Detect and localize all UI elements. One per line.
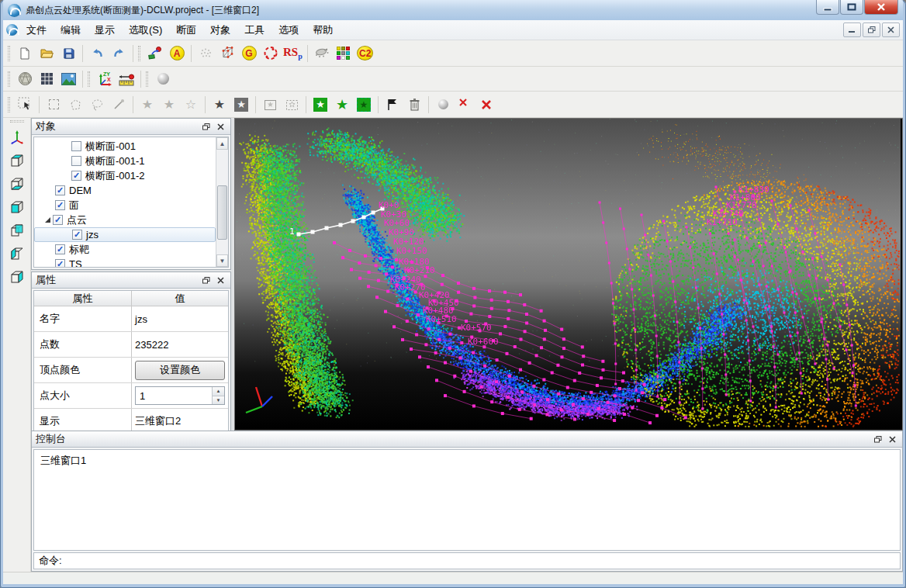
- view-bottom-button[interactable]: [6, 174, 28, 194]
- scroll-thumb[interactable]: [217, 185, 227, 240]
- toolbar-grip[interactable]: [8, 97, 10, 112]
- registration-button[interactable]: [145, 43, 165, 63]
- sphere-button[interactable]: [153, 69, 173, 88]
- scroll-up-button[interactable]: ▲: [216, 137, 228, 150]
- tree-item[interactable]: ✓标靶: [34, 242, 216, 257]
- panel-float-button[interactable]: [200, 275, 213, 286]
- tree-checkbox[interactable]: [71, 141, 81, 151]
- axis-view-button[interactable]: [6, 127, 28, 147]
- panel-close-button[interactable]: [214, 121, 226, 133]
- panel-float-button[interactable]: [200, 121, 213, 133]
- sphere-delete-button[interactable]: [455, 95, 475, 114]
- console-output[interactable]: 三维窗口1: [33, 449, 901, 551]
- spin-up-button[interactable]: ▲: [213, 387, 224, 396]
- window-minimize-button[interactable]: [816, 0, 839, 15]
- tree-item[interactable]: 横断面-001: [34, 139, 216, 154]
- undo-button[interactable]: [87, 43, 107, 63]
- tree-checkbox[interactable]: ✓: [55, 200, 65, 210]
- view-right-button[interactable]: [6, 267, 28, 287]
- green-star-button[interactable]: ★: [332, 95, 352, 114]
- tree-checkbox[interactable]: ✓: [55, 185, 65, 195]
- properties-panel-titlebar[interactable]: 属性: [32, 272, 230, 289]
- titlebar[interactable]: 鼎创点云处理系统(断面测量)-DCLW.project - [三维窗口2]: [3, 0, 903, 20]
- flag-button[interactable]: [382, 95, 403, 114]
- menu-item-tools[interactable]: 工具: [237, 21, 271, 40]
- tree-item[interactable]: ✓点云: [34, 213, 216, 227]
- toolbar-grip[interactable]: [146, 71, 148, 87]
- toolbar-grip[interactable]: [8, 46, 10, 61]
- label-g-button[interactable]: G: [239, 43, 259, 63]
- open-file-button[interactable]: [36, 43, 57, 63]
- tree-item[interactable]: ✓面: [34, 198, 216, 213]
- measure-button[interactable]: [116, 69, 137, 88]
- tree-expander-icon[interactable]: [45, 217, 50, 223]
- command-line[interactable]: 命令:: [33, 552, 901, 569]
- toolbar-grip[interactable]: [138, 46, 140, 61]
- toolbar-grip[interactable]: [88, 71, 90, 87]
- axes-button[interactable]: ZYX: [95, 69, 115, 88]
- tree-checkbox[interactable]: ✓: [55, 259, 65, 267]
- viewport-3d[interactable]: K0+0K0+30K0+60K0+90K0+120K0+150K0+180K0+…: [234, 118, 903, 431]
- scroll-down-button[interactable]: ▼: [216, 254, 228, 267]
- grid-button[interactable]: [36, 69, 57, 88]
- menu-item-edit[interactable]: 编辑: [54, 21, 88, 40]
- scroll-track[interactable]: [216, 150, 228, 254]
- toolbar-grip[interactable]: [10, 120, 24, 123]
- save-button[interactable]: [58, 43, 78, 63]
- star-box-button[interactable]: ★: [231, 95, 251, 114]
- c2-button[interactable]: C2: [355, 43, 375, 63]
- console-panel-titlebar[interactable]: 控制台: [32, 431, 902, 448]
- redo-button[interactable]: [109, 43, 129, 63]
- bounding-box-button[interactable]: [217, 43, 237, 63]
- polygon-select-button[interactable]: [65, 95, 85, 114]
- command-input[interactable]: [65, 555, 895, 568]
- tree-item[interactable]: ✓TS: [34, 257, 216, 267]
- point-size-spinner[interactable]: 1 ▲▼: [135, 386, 225, 405]
- rect-select-button[interactable]: [43, 95, 64, 114]
- image-button[interactable]: [58, 69, 78, 88]
- star-solid-button[interactable]: ★: [209, 95, 230, 114]
- menu-item-object[interactable]: 对象: [203, 21, 237, 40]
- tree-checkbox[interactable]: ✓: [71, 171, 81, 181]
- delete-button[interactable]: [404, 95, 424, 114]
- view-left-button[interactable]: [6, 244, 28, 264]
- toolbar-grip[interactable]: [8, 71, 10, 87]
- tree-item[interactable]: 横断面-001-1: [34, 154, 216, 168]
- menu-item-options[interactable]: 选项: [271, 21, 306, 40]
- child-minimize-button[interactable]: [843, 22, 861, 37]
- tree-item[interactable]: ✓jzs: [34, 227, 216, 242]
- tree-scrollbar[interactable]: ▲ ▼: [216, 137, 228, 267]
- star-select-button[interactable]: ★: [137, 95, 157, 114]
- scan-station-button[interactable]: [312, 43, 332, 63]
- circle-fit-button[interactable]: [261, 43, 281, 63]
- point-cloud-canvas[interactable]: [235, 119, 901, 430]
- tree-checkbox[interactable]: [71, 156, 81, 166]
- view-back-button[interactable]: [6, 220, 28, 240]
- child-close-button[interactable]: [882, 22, 900, 37]
- tree-checkbox[interactable]: ✓: [53, 215, 63, 225]
- tree-item[interactable]: ✓DEM: [34, 183, 216, 198]
- menu-item-file[interactable]: 文件: [19, 21, 54, 40]
- resection-button[interactable]: RSp: [282, 43, 303, 63]
- view-front-button[interactable]: [6, 197, 28, 217]
- child-restore-button[interactable]: [863, 22, 880, 37]
- window-maximize-button[interactable]: [840, 0, 863, 15]
- tree-checkbox[interactable]: ✓: [72, 230, 82, 240]
- menu-item-section[interactable]: 断面: [169, 21, 203, 40]
- sphere-view-button[interactable]: [433, 95, 453, 114]
- menu-item-display[interactable]: 显示: [88, 21, 122, 40]
- menu-item-help[interactable]: 帮助: [306, 21, 340, 40]
- cancel-button[interactable]: [476, 95, 496, 114]
- spin-down-button[interactable]: ▼: [213, 396, 224, 405]
- green-star-dashed-button[interactable]: ★: [354, 95, 374, 114]
- label-a-button[interactable]: A: [167, 43, 187, 63]
- star-subtract-button[interactable]: ★: [159, 95, 179, 114]
- point-cloud-button[interactable]: [195, 43, 216, 63]
- green-star-box-button[interactable]: ★: [310, 95, 330, 114]
- view-top-button[interactable]: [6, 150, 28, 171]
- menu-item-select[interactable]: 选取(S): [122, 21, 169, 40]
- star-outline-button[interactable]: ☆: [181, 95, 201, 114]
- window-close-button[interactable]: [864, 0, 898, 15]
- new-file-button[interactable]: [15, 43, 35, 63]
- property-value-point-count[interactable]: 235222: [132, 332, 228, 357]
